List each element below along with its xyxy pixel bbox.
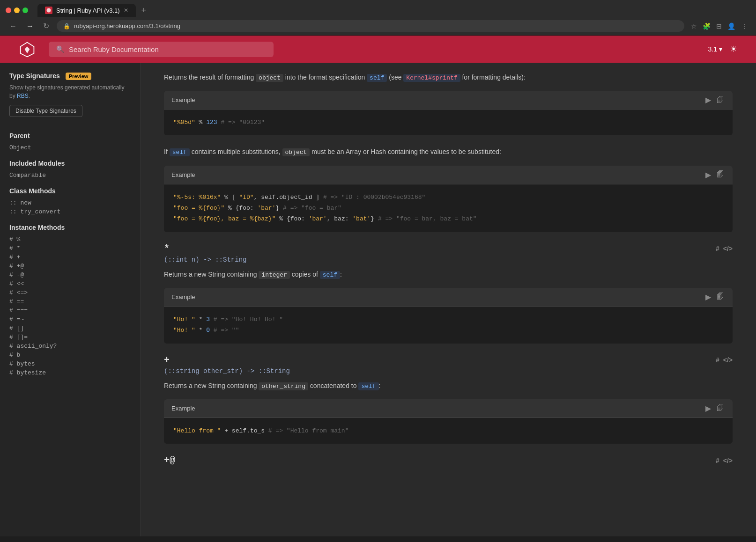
window-controls [6, 7, 28, 13]
parent-title: Parent [9, 132, 131, 139]
sidebar-item-bytes[interactable]: # bytes [9, 359, 131, 368]
example2-play-btn[interactable]: ▶ [704, 169, 712, 180]
disable-type-signatures-btn[interactable]: Disable Type Signatures [9, 105, 82, 117]
example3-line1: "Ho! " * 3 # => "Ho! Ho! Ho! " [173, 314, 723, 325]
tab-bar: String | Ruby API (v3.1) ✕ + [0, 0, 756, 17]
example3-actions: ▶ 🗐 [704, 292, 725, 302]
method-plusat-hash-btn[interactable]: # [716, 457, 719, 464]
browser-actions: ☆ 🧩 ⊟ 👤 ⋮ [690, 22, 749, 31]
sidebar-btn[interactable]: ⊟ [715, 22, 723, 31]
version-chevron: ▾ [719, 45, 722, 53]
example4-copy-btn[interactable]: 🗐 [716, 403, 725, 414]
example1-line1: "%05d" % 123 # => "00123" [173, 117, 723, 128]
intro-paragraph: Returns the result of formatting object … [164, 72, 733, 83]
search-bar[interactable]: 🔍 Search Ruby Documentation [49, 42, 274, 57]
sidebar-item-bracket-assign[interactable]: # []= [9, 333, 131, 342]
sidebar: Type Signatures Preview Show type signat… [0, 63, 141, 536]
parent-value[interactable]: Object [9, 143, 131, 152]
example4-play-btn[interactable]: ▶ [704, 403, 712, 414]
forward-btn[interactable]: → [24, 20, 36, 32]
sidebar-item-b[interactable]: # b [9, 351, 131, 359]
search-placeholder: Search Ruby Documentation [69, 45, 159, 53]
url-bar[interactable]: 🔒 rubyapi-org.herokuapp.com/3.1/o/string [57, 20, 684, 32]
method-star-header: * # </> [164, 243, 733, 254]
sidebar-item-percent[interactable]: # % [9, 235, 131, 244]
kernel-code: Kernel#sprintf [403, 74, 460, 82]
integer-code: integer [259, 271, 290, 279]
example1-copy-btn[interactable]: 🗐 [716, 95, 725, 105]
example2-header: Example ▶ 🗐 [164, 166, 733, 184]
back-btn[interactable]: ← [7, 20, 19, 32]
sidebar-item-minusat[interactable]: # -@ [9, 271, 131, 279]
method-plus-embed-btn[interactable]: </> [723, 356, 733, 364]
example2-content: "%-5s: %016x" % [ "ID", self.object_id ]… [164, 184, 733, 232]
plus-self-code: self [358, 382, 378, 390]
sidebar-item-bracket[interactable]: # [] [9, 324, 131, 333]
type-signatures-desc: Show type signatures generated automatic… [9, 83, 131, 100]
rbs-link[interactable]: RBS [17, 93, 29, 99]
lock-icon: 🔒 [63, 23, 70, 29]
example3-play-btn[interactable]: ▶ [704, 292, 712, 302]
example2-block: Example ▶ 🗐 "%-5s: %016x" % [ "ID", self… [164, 166, 733, 232]
method-plusat-header: +@ # </> [164, 455, 733, 466]
sidebar-item-bytesize[interactable]: # bytesize [9, 368, 131, 377]
sidebar-item-new[interactable]: :: new [9, 198, 131, 207]
version-text: 3.1 [708, 45, 717, 53]
example4-content: "Hello from " + self.to_s # => "Hello fr… [164, 418, 733, 444]
method-star-embed-btn[interactable]: </> [723, 245, 733, 252]
active-tab[interactable]: String | Ruby API (v3.1) ✕ [37, 4, 136, 17]
example3-copy-btn[interactable]: 🗐 [716, 292, 725, 302]
instance-methods-title: Instance Methods [9, 224, 131, 231]
version-selector[interactable]: 3.1 ▾ [708, 45, 722, 53]
minimize-window-btn[interactable] [14, 7, 20, 13]
example2-line3: "foo = %{foo}, baz = %{baz}" % {foo: 'ba… [173, 213, 723, 224]
method-plus-sig: (::string other_str) -> ::String [164, 367, 733, 375]
method-star-desc: Returns a new String containing integer … [164, 269, 733, 280]
example1-block: Example ▶ 🗐 "%05d" % 123 # => "00123" [164, 91, 733, 135]
sidebar-item-plusat[interactable]: # +@ [9, 262, 131, 271]
bookmark-btn[interactable]: ☆ [690, 22, 698, 31]
tab-close-btn[interactable]: ✕ [124, 7, 128, 14]
method-plusat-embed-btn[interactable]: </> [723, 457, 733, 464]
sidebar-item-ascii-only[interactable]: # ascii_only? [9, 342, 131, 351]
menu-btn[interactable]: ⋮ [740, 22, 749, 31]
layout: Type Signatures Preview Show type signat… [0, 63, 756, 536]
sidebar-item-eqeq[interactable]: # === [9, 306, 131, 315]
method-plus-links: # </> [716, 356, 733, 364]
new-tab-btn[interactable]: + [138, 6, 150, 15]
sidebar-item-match[interactable]: # =~ [9, 315, 131, 324]
comparable-item[interactable]: Comparable [9, 171, 131, 180]
example1-play-btn[interactable]: ▶ [704, 95, 712, 105]
ruby-logo [19, 41, 36, 58]
class-methods-title: Class Methods [9, 187, 131, 195]
example1-label: Example [171, 96, 195, 103]
url-text: rubyapi-org.herokuapp.com/3.1/o/string [74, 22, 180, 29]
refresh-btn[interactable]: ↻ [41, 20, 51, 32]
close-window-btn[interactable] [6, 7, 11, 13]
example3-content: "Ho! " * 3 # => "Ho! Ho! Ho! " "Ho! " * … [164, 307, 733, 344]
example2-copy-btn[interactable]: 🗐 [716, 169, 725, 180]
sidebar-item-eq[interactable]: # == [9, 297, 131, 306]
example3-header: Example ▶ 🗐 [164, 288, 733, 307]
method-star-sig: (::int n) -> ::String [164, 256, 733, 264]
sidebar-item-try-convert[interactable]: :: try_convert [9, 207, 131, 216]
example2-line1: "%-5s: %016x" % [ "ID", self.object_id ]… [173, 192, 723, 203]
example2-line2: "foo = %{foo}" % {foo: 'bar'} # => "foo … [173, 203, 723, 213]
profile-btn[interactable]: 👤 [726, 22, 736, 31]
included-modules-title: Included Modules [9, 160, 131, 167]
tab-favicon [45, 7, 52, 14]
method-star-hash-btn[interactable]: # [716, 245, 719, 252]
sidebar-item-star[interactable]: # * [9, 244, 131, 253]
maximize-window-btn[interactable] [22, 7, 28, 13]
sidebar-item-lshift[interactable]: # << [9, 279, 131, 288]
method-star-section: * # </> (::int n) -> ::String Returns a … [164, 243, 733, 280]
theme-toggle-btn[interactable]: ☀ [730, 44, 737, 54]
sidebar-item-plus[interactable]: # + [9, 253, 131, 262]
preview-badge: Preview [66, 73, 92, 80]
header-right: 3.1 ▾ ☀ [708, 44, 737, 54]
method-plus-hash-btn[interactable]: # [716, 356, 719, 364]
extensions-btn[interactable]: 🧩 [702, 22, 712, 31]
method-plus-name: + [164, 355, 170, 366]
method-plusat-name: +@ [164, 455, 175, 466]
sidebar-item-spaceship[interactable]: # <=> [9, 288, 131, 297]
